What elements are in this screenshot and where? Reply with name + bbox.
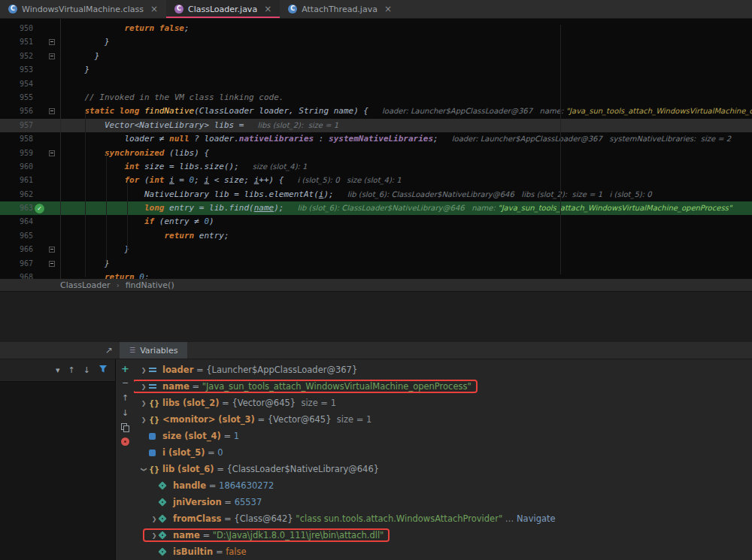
tab-close-icon[interactable]: × — [384, 4, 392, 14]
variable-row[interactable]: ❯{}libs (slot_2) = {Vector@645} size = 1 — [134, 395, 752, 411]
variable-row[interactable]: ❯jniVersion = 65537 — [134, 494, 752, 510]
line-number[interactable]: 962 — [0, 188, 33, 201]
frames-panel[interactable]: ▾ ↑ ↓ — [0, 359, 116, 560]
remove-watch-icon[interactable]: − — [122, 378, 129, 388]
variable-row[interactable]: ❯i (slot_5) = 0 — [134, 444, 752, 461]
code-text: } — [65, 35, 110, 49]
breadcrumb-item-method[interactable]: findNative() — [126, 280, 174, 290]
prim-icon — [149, 450, 162, 456]
inline-debug-hint: loader: Launcher$AppClassLoader@367 name… — [382, 107, 752, 115]
variables-tree[interactable]: ❯loader = {Launcher$AppClassLoader@367}❯… — [134, 359, 752, 560]
variable-row[interactable]: ❯size (slot_4) = 1 — [134, 428, 752, 444]
execution-point-icon[interactable]: ✓ — [35, 204, 44, 213]
add-watch-icon[interactable]: + — [121, 365, 129, 373]
code-segment: return false — [65, 23, 184, 33]
fold-marker-icon[interactable] — [49, 261, 55, 267]
hint-segment: i (slot_5): 0 size (slot_4): 1 — [297, 176, 401, 184]
fold-marker-icon[interactable] — [49, 108, 55, 114]
code-text: int size = libs.size();size (slot_4): 1 — [65, 160, 307, 174]
line-number[interactable]: 952 — [0, 50, 33, 63]
fold-marker-icon[interactable] — [49, 39, 55, 45]
thread-dropdown-icon[interactable]: ▾ — [56, 365, 60, 375]
editor-tab[interactable]: CAttachThread.java× — [280, 0, 400, 18]
tab-close-icon[interactable]: × — [264, 4, 271, 14]
line-number[interactable]: 961 — [0, 174, 33, 187]
line-number[interactable]: 954 — [0, 77, 33, 91]
variable-name: fromClass — [173, 513, 221, 524]
editor-tab[interactable]: CClassLoader.java× — [166, 0, 280, 18]
editor-tab[interactable]: CWindowsVirtualMachine.class× — [0, 0, 166, 18]
variable-row[interactable]: ❯fromClass = {Class@642} "class sun.tool… — [134, 510, 752, 527]
line-number[interactable]: 956 — [0, 104, 33, 118]
variable-value: 65537 — [235, 497, 262, 507]
line-number[interactable]: 959 — [0, 147, 33, 160]
inline-debug-hint: loader: Launcher$AppClassLoader@367 syst… — [452, 135, 732, 143]
indent-guide — [127, 181, 128, 250]
line-number[interactable]: 950 — [0, 22, 33, 35]
frame-up-icon[interactable]: ↑ — [68, 365, 75, 375]
move-down-icon[interactable]: ↓ — [122, 408, 129, 418]
variables-tab-label: Variables — [140, 346, 177, 356]
navigate-link[interactable]: Navigate — [517, 513, 556, 524]
code-segment: entry; — [199, 231, 229, 241]
code-segment: int — [65, 162, 144, 171]
expand-chevron-icon[interactable]: ❯ — [138, 367, 149, 374]
variable-row[interactable]: ❯{}<monitor> (slot_3) = {Vector@645} siz… — [134, 411, 752, 428]
record-icon[interactable] — [121, 437, 129, 446]
code-line: 953 } — [0, 63, 752, 77]
code-editor[interactable]: 950 return false;951 }952 }953 }954955 /… — [0, 19, 752, 279]
code-line: 958 loader ≠ null ? loader.nativeLibrari… — [0, 132, 752, 146]
expand-chevron-icon[interactable]: ❯ — [138, 400, 149, 407]
variable-value: "class sun.tools.attach.WindowsAttachPro… — [296, 513, 502, 524]
line-number[interactable]: 963 — [0, 201, 33, 215]
fold-marker-icon[interactable] — [49, 150, 55, 156]
line-number[interactable]: 957 — [0, 119, 33, 132]
breadcrumb-item-class[interactable]: ClassLoader — [60, 280, 111, 290]
fold-marker-icon[interactable] — [49, 247, 55, 253]
variable-value: {Class@642} — [234, 513, 296, 524]
line-number[interactable]: 951 — [0, 35, 33, 49]
annotation-highlight: ❯name = "D:\Java\jdk1.8.0_111\jre\bin\at… — [143, 528, 390, 542]
hint-segment: loader: Launcher$AppClassLoader@367 syst… — [452, 135, 732, 143]
line-number[interactable]: 968 — [0, 271, 33, 279]
editor-tab-bar: CWindowsVirtualMachine.class×CClassLoade… — [0, 0, 752, 19]
variable-value: 1 — [234, 431, 239, 441]
variable-row[interactable]: ❯name = "D:\Java\jdk1.8.0_111\jre\bin\at… — [134, 527, 752, 543]
code-text: } — [65, 50, 99, 63]
code-segment: int — [150, 175, 170, 185]
line-number[interactable]: 964 — [0, 215, 33, 229]
variable-entry: ❯isBuiltin = false — [149, 546, 247, 557]
variable-row[interactable]: ❯loader = {Launcher$AppClassLoader@367} — [134, 362, 752, 378]
code-segment: ) — [209, 216, 214, 226]
line-number[interactable]: 955 — [0, 91, 33, 104]
tab-close-icon[interactable]: × — [150, 4, 158, 14]
line-number[interactable]: 966 — [0, 243, 33, 256]
line-number[interactable]: 967 — [0, 257, 33, 271]
expand-chevron-icon[interactable]: ❯ — [138, 416, 149, 423]
tab-variables[interactable]: ☰ Variables — [120, 342, 187, 359]
inline-debug-hint: lib (slot_6): ClassLoader$NativeLibrary@… — [347, 190, 652, 198]
variable-row[interactable]: ❯isBuiltin = false — [134, 543, 752, 560]
line-number[interactable]: 960 — [0, 160, 33, 174]
line-number[interactable]: 965 — [0, 229, 33, 243]
line-number[interactable]: 958 — [0, 132, 33, 146]
frames-toolbar: ▾ ↑ ↓ — [0, 359, 115, 382]
variable-row[interactable]: ❯handle = 1864630272 — [134, 477, 752, 494]
variable-row[interactable]: ❯name = "Java_sun_tools_attach_WindowsVi… — [134, 378, 752, 395]
variable-entry: ❯jniVersion = 65537 — [149, 497, 262, 507]
fold-marker-icon[interactable] — [49, 53, 55, 59]
right-margin-guide — [560, 25, 561, 274]
frame-down-icon[interactable]: ↓ — [83, 365, 90, 375]
line-number[interactable]: 953 — [0, 63, 33, 77]
move-up-icon[interactable]: ↑ — [122, 393, 129, 403]
filter-icon[interactable] — [99, 365, 108, 376]
copy-icon[interactable] — [121, 423, 129, 432]
expand-chevron-icon[interactable]: ❯ — [138, 383, 149, 390]
code-segment: null — [169, 134, 190, 144]
navigate-arrow-icon[interactable]: ↗ — [105, 345, 113, 356]
expand-chevron-icon[interactable]: ❯ — [141, 464, 147, 474]
hint-segment: "Java_sun_tools_attach_WindowsVirtualMac… — [566, 107, 752, 115]
debug-panel-header: ↗ ☰ Variables — [0, 342, 752, 359]
variable-entry: ❯{}lib (slot_6) = {ClassLoader$NativeLib… — [138, 464, 379, 474]
variable-row[interactable]: ❯{}lib (slot_6) = {ClassLoader$NativeLib… — [134, 461, 752, 477]
